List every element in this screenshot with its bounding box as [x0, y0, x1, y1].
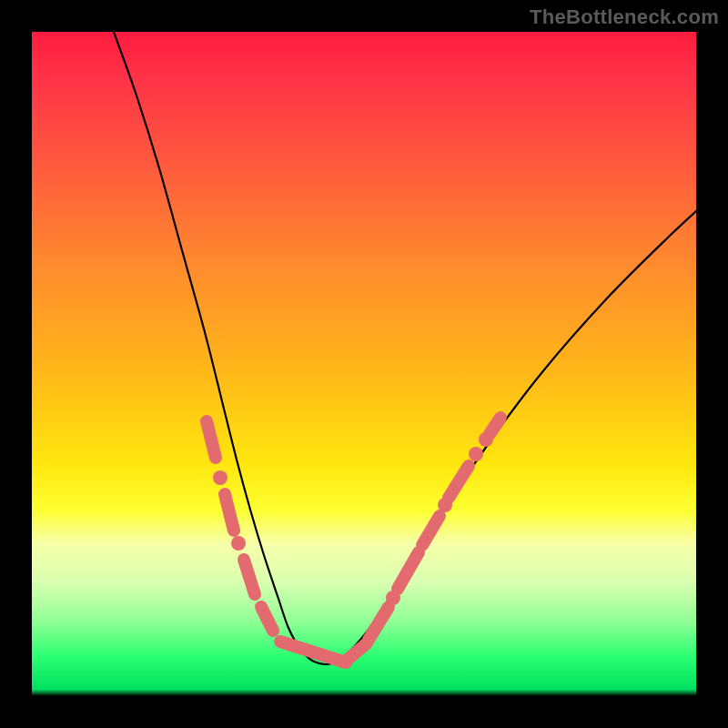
watermark-text: TheBottleneck.com [530, 5, 719, 29]
background-gradient [32, 32, 696, 696]
plot-frame [32, 32, 696, 696]
